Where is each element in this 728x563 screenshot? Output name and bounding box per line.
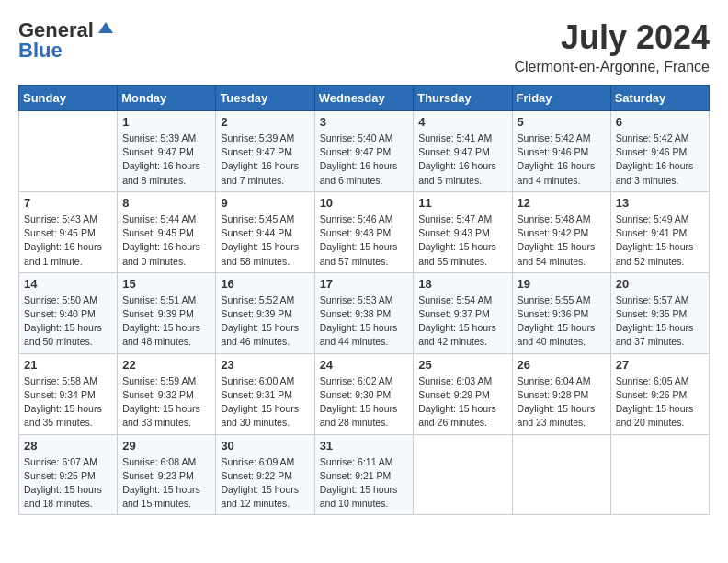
day-info: Sunrise: 5:48 AM Sunset: 9:42 PM Dayligh…	[518, 213, 606, 269]
calendar-cell	[610, 434, 709, 515]
day-number: 24	[320, 358, 409, 372]
calendar-cell: 2Sunrise: 5:39 AM Sunset: 9:47 PM Daylig…	[216, 111, 314, 192]
calendar-cell: 7Sunrise: 5:43 AM Sunset: 9:45 PM Daylig…	[19, 191, 118, 272]
day-number: 6	[616, 115, 704, 129]
day-number: 29	[122, 439, 210, 453]
day-info: Sunrise: 5:52 AM Sunset: 9:39 PM Dayligh…	[221, 293, 309, 350]
svg-marker-0	[98, 22, 113, 33]
day-info: Sunrise: 6:00 AM Sunset: 9:31 PM Dayligh…	[221, 374, 309, 431]
day-info: Sunrise: 6:05 AM Sunset: 9:26 PM Dayligh…	[616, 374, 704, 431]
day-info: Sunrise: 5:46 AM Sunset: 9:43 PM Dayligh…	[320, 213, 409, 269]
calendar-cell: 17Sunrise: 5:53 AM Sunset: 9:38 PM Dayli…	[314, 272, 414, 353]
day-number: 8	[122, 196, 210, 210]
day-info: Sunrise: 5:39 AM Sunset: 9:47 PM Dayligh…	[221, 132, 309, 188]
calendar-cell: 19Sunrise: 5:55 AM Sunset: 9:36 PM Dayli…	[512, 272, 610, 353]
day-number: 18	[418, 277, 506, 291]
calendar-cell: 28Sunrise: 6:07 AM Sunset: 9:25 PM Dayli…	[19, 434, 118, 515]
calendar-cell: 13Sunrise: 5:49 AM Sunset: 9:41 PM Dayli…	[610, 191, 709, 272]
day-number: 22	[122, 358, 210, 372]
day-number: 21	[24, 358, 112, 372]
calendar-cell: 31Sunrise: 6:11 AM Sunset: 9:21 PM Dayli…	[314, 434, 414, 515]
day-number: 26	[518, 358, 606, 372]
calendar-table: SundayMondayTuesdayWednesdayThursdayFrid…	[18, 85, 710, 515]
title-block: July 2024 Clermont-en-Argonne, France	[514, 18, 710, 75]
calendar-cell: 23Sunrise: 6:00 AM Sunset: 9:31 PM Dayli…	[216, 353, 314, 434]
weekday-header-friday: Friday	[512, 86, 610, 111]
day-number: 4	[418, 115, 506, 129]
day-info: Sunrise: 5:40 AM Sunset: 9:47 PM Dayligh…	[320, 132, 409, 188]
day-info: Sunrise: 6:04 AM Sunset: 9:28 PM Dayligh…	[518, 374, 606, 431]
calendar-cell	[19, 111, 118, 192]
logo: General Blue	[18, 18, 115, 63]
day-number: 15	[122, 277, 210, 291]
calendar-week-row: 1Sunrise: 5:39 AM Sunset: 9:47 PM Daylig…	[19, 111, 710, 192]
calendar-cell: 15Sunrise: 5:51 AM Sunset: 9:39 PM Dayli…	[118, 272, 216, 353]
day-info: Sunrise: 5:49 AM Sunset: 9:41 PM Dayligh…	[616, 213, 704, 269]
calendar-cell	[512, 434, 610, 515]
day-number: 9	[221, 196, 309, 210]
calendar-cell: 14Sunrise: 5:50 AM Sunset: 9:40 PM Dayli…	[19, 272, 118, 353]
month-year-title: July 2024	[514, 18, 710, 57]
day-number: 7	[24, 196, 112, 210]
calendar-cell: 11Sunrise: 5:47 AM Sunset: 9:43 PM Dayli…	[414, 191, 512, 272]
day-number: 23	[221, 358, 309, 372]
weekday-header-monday: Monday	[118, 86, 216, 111]
day-number: 5	[518, 115, 606, 129]
day-info: Sunrise: 5:57 AM Sunset: 9:35 PM Dayligh…	[616, 293, 704, 350]
day-info: Sunrise: 5:51 AM Sunset: 9:39 PM Dayligh…	[122, 293, 210, 350]
calendar-cell: 4Sunrise: 5:41 AM Sunset: 9:47 PM Daylig…	[414, 111, 512, 192]
day-number: 28	[24, 439, 112, 453]
day-info: Sunrise: 6:07 AM Sunset: 9:25 PM Dayligh…	[24, 455, 112, 511]
calendar-cell: 8Sunrise: 5:44 AM Sunset: 9:45 PM Daylig…	[118, 191, 216, 272]
day-number: 31	[320, 439, 409, 453]
day-number: 25	[418, 358, 506, 372]
day-number: 30	[221, 439, 309, 453]
calendar-cell: 26Sunrise: 6:04 AM Sunset: 9:28 PM Dayli…	[512, 353, 610, 434]
logo-blue-text: Blue	[18, 39, 63, 63]
day-info: Sunrise: 6:09 AM Sunset: 9:22 PM Dayligh…	[221, 455, 309, 511]
calendar-cell: 6Sunrise: 5:42 AM Sunset: 9:46 PM Daylig…	[610, 111, 709, 192]
day-number: 3	[320, 115, 409, 129]
day-number: 16	[221, 277, 309, 291]
day-info: Sunrise: 5:50 AM Sunset: 9:40 PM Dayligh…	[24, 293, 112, 350]
calendar-cell: 29Sunrise: 6:08 AM Sunset: 9:23 PM Dayli…	[118, 434, 216, 515]
day-info: Sunrise: 5:45 AM Sunset: 9:44 PM Dayligh…	[221, 213, 309, 269]
calendar-cell: 1Sunrise: 5:39 AM Sunset: 9:47 PM Daylig…	[118, 111, 216, 192]
day-info: Sunrise: 5:54 AM Sunset: 9:37 PM Dayligh…	[418, 293, 506, 350]
calendar-cell: 12Sunrise: 5:48 AM Sunset: 9:42 PM Dayli…	[512, 191, 610, 272]
day-number: 12	[518, 196, 606, 210]
calendar-week-row: 7Sunrise: 5:43 AM Sunset: 9:45 PM Daylig…	[19, 191, 710, 272]
day-info: Sunrise: 5:41 AM Sunset: 9:47 PM Dayligh…	[418, 132, 506, 188]
day-number: 20	[616, 277, 704, 291]
day-info: Sunrise: 5:43 AM Sunset: 9:45 PM Dayligh…	[24, 213, 112, 269]
day-info: Sunrise: 6:03 AM Sunset: 9:29 PM Dayligh…	[418, 374, 506, 431]
calendar-cell: 22Sunrise: 5:59 AM Sunset: 9:32 PM Dayli…	[118, 353, 216, 434]
location-subtitle: Clermont-en-Argonne, France	[514, 59, 710, 75]
calendar-cell: 3Sunrise: 5:40 AM Sunset: 9:47 PM Daylig…	[314, 111, 414, 192]
day-info: Sunrise: 6:02 AM Sunset: 9:30 PM Dayligh…	[320, 374, 409, 431]
day-number: 27	[616, 358, 704, 372]
day-number: 17	[320, 277, 409, 291]
weekday-header-row: SundayMondayTuesdayWednesdayThursdayFrid…	[19, 86, 710, 111]
calendar-cell	[414, 434, 512, 515]
calendar-week-row: 28Sunrise: 6:07 AM Sunset: 9:25 PM Dayli…	[19, 434, 710, 515]
calendar-week-row: 21Sunrise: 5:58 AM Sunset: 9:34 PM Dayli…	[19, 353, 710, 434]
day-info: Sunrise: 5:44 AM Sunset: 9:45 PM Dayligh…	[122, 213, 210, 269]
day-number: 11	[418, 196, 506, 210]
weekday-header-thursday: Thursday	[414, 86, 512, 111]
day-info: Sunrise: 6:11 AM Sunset: 9:21 PM Dayligh…	[320, 455, 409, 511]
weekday-header-tuesday: Tuesday	[216, 86, 314, 111]
day-info: Sunrise: 5:55 AM Sunset: 9:36 PM Dayligh…	[518, 293, 606, 350]
day-number: 2	[221, 115, 309, 129]
day-number: 1	[122, 115, 210, 129]
weekday-header-sunday: Sunday	[19, 86, 118, 111]
weekday-header-wednesday: Wednesday	[314, 86, 414, 111]
calendar-cell: 10Sunrise: 5:46 AM Sunset: 9:43 PM Dayli…	[314, 191, 414, 272]
calendar-cell: 18Sunrise: 5:54 AM Sunset: 9:37 PM Dayli…	[414, 272, 512, 353]
day-info: Sunrise: 5:42 AM Sunset: 9:46 PM Dayligh…	[616, 132, 704, 188]
day-info: Sunrise: 6:08 AM Sunset: 9:23 PM Dayligh…	[122, 455, 210, 511]
day-info: Sunrise: 5:42 AM Sunset: 9:46 PM Dayligh…	[518, 132, 606, 188]
logo-icon	[97, 20, 115, 39]
day-number: 19	[518, 277, 606, 291]
calendar-cell: 9Sunrise: 5:45 AM Sunset: 9:44 PM Daylig…	[216, 191, 314, 272]
